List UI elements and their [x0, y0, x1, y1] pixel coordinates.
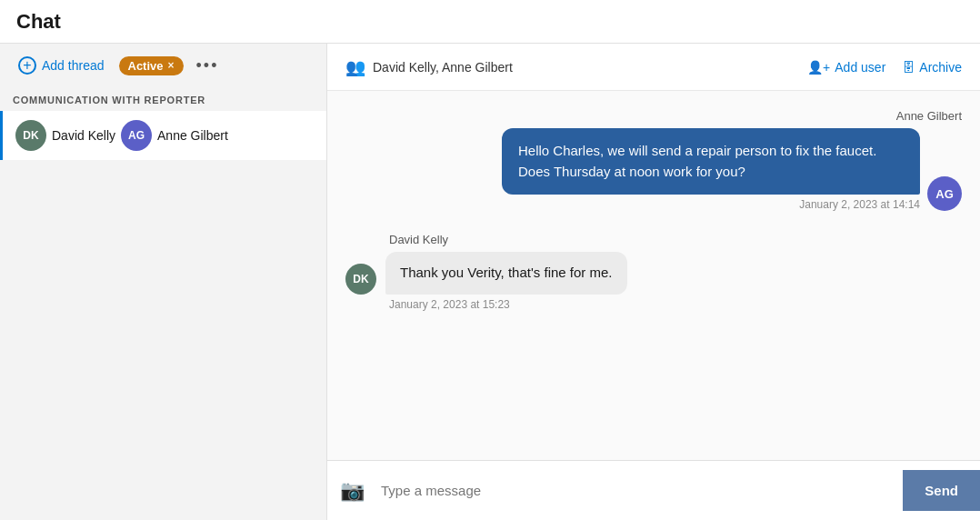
message-outgoing-row: Hello Charles, we will send a repair per… [502, 128, 962, 211]
messages-container: Anne Gilbert Hello Charles, we will send… [327, 91, 980, 460]
app-header: Chat [0, 0, 980, 44]
chat-participants-names: David Kelly, Anne Gilbert [373, 60, 513, 75]
participants-icon: 👥 [345, 57, 365, 77]
camera-icon[interactable]: 📷 [340, 479, 365, 503]
bubble-incoming: Thank you Verity, that's fine for me. [385, 252, 627, 295]
add-thread-label: Add thread [42, 58, 105, 73]
chat-header: 👥 David Kelly, Anne Gilbert 👤+ Add user … [327, 44, 980, 91]
active-badge[interactable]: Active × [119, 56, 184, 75]
plus-icon: + [18, 56, 36, 75]
sidebar-toolbar: + Add thread Active × ••• [0, 44, 326, 87]
chat-input-area: 📷 Send [327, 460, 980, 520]
add-user-label: Add user [835, 60, 885, 75]
message-group-outgoing: Anne Gilbert Hello Charles, we will send… [345, 109, 962, 211]
main-layout: + Add thread Active × ••• COMMUNICATION … [0, 44, 980, 520]
avatar-ag-chat: AG [927, 176, 962, 211]
active-badge-label: Active [128, 59, 164, 73]
sender-label-david: David Kelly [389, 233, 448, 246]
avatar-dk-chat: DK [345, 264, 376, 295]
chat-participants: 👥 David Kelly, Anne Gilbert [345, 57, 513, 77]
add-user-icon: 👤+ [807, 60, 830, 75]
chat-actions: 👤+ Add user 🗄 Archive [807, 60, 962, 75]
section-label: COMMUNICATION WITH REPORTER [0, 87, 326, 111]
message-time-incoming: January 2, 2023 at 15:23 [389, 298, 510, 311]
sidebar: + Add thread Active × ••• COMMUNICATION … [0, 44, 327, 520]
message-time-outgoing: January 2, 2023 at 14:14 [502, 198, 920, 211]
participant1-name: David Kelly [52, 128, 115, 143]
thread-participants: DK David Kelly AG Anne Gilbert [15, 120, 228, 151]
thread-item[interactable]: DK David Kelly AG Anne Gilbert [0, 111, 326, 160]
message-group-incoming: David Kelly DK Thank you Verity, that's … [345, 233, 962, 311]
bubble-outgoing: Hello Charles, we will send a repair per… [502, 128, 920, 195]
app-title: Chat [16, 10, 61, 34]
active-badge-close[interactable]: × [168, 59, 175, 72]
message-bubble-outgoing: Hello Charles, we will send a repair per… [502, 128, 920, 211]
archive-label: Archive [919, 60, 962, 75]
avatar-ag: AG [121, 120, 152, 151]
add-user-button[interactable]: 👤+ Add user [807, 60, 885, 75]
archive-icon: 🗄 [902, 60, 915, 75]
avatar-dk: DK [15, 120, 46, 151]
more-options-button[interactable]: ••• [193, 56, 223, 75]
chat-area: 👥 David Kelly, Anne Gilbert 👤+ Add user … [327, 44, 980, 520]
participant2-name: Anne Gilbert [157, 128, 228, 143]
archive-button[interactable]: 🗄 Archive [902, 60, 962, 75]
message-input[interactable] [374, 479, 894, 502]
send-button[interactable]: Send [903, 470, 980, 511]
message-incoming-row: DK Thank you Verity, that's fine for me. [345, 252, 627, 295]
add-thread-button[interactable]: + Add thread [13, 53, 110, 78]
sender-label-anne: Anne Gilbert [896, 109, 962, 123]
